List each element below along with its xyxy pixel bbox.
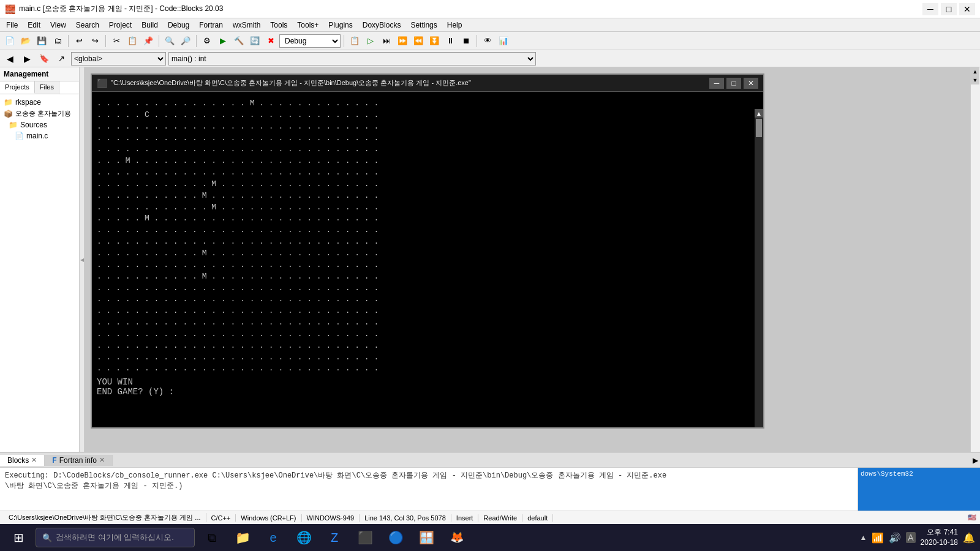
- open-button[interactable]: 📂: [18, 34, 33, 48]
- debug-stop-button[interactable]: ⏹: [459, 34, 473, 48]
- run-button[interactable]: ▶: [216, 34, 230, 48]
- start-button[interactable]: ⊞: [5, 524, 32, 551]
- search-box[interactable]: 🔍 검색하려면 여기에 입력하십시오.: [36, 528, 195, 547]
- console-close-button[interactable]: ✕: [744, 78, 758, 89]
- console-minimize-button[interactable]: ─: [709, 78, 724, 89]
- taskbar-ie[interactable]: e: [260, 527, 287, 549]
- scroll-thumb[interactable]: [756, 119, 762, 137]
- status-mode: Insert: [451, 514, 479, 522]
- undo-button[interactable]: ↩: [72, 34, 86, 48]
- debug-step4-button[interactable]: ⏬: [427, 34, 442, 48]
- close-button[interactable]: ✕: [959, 3, 975, 15]
- bookmark-button[interactable]: 🔖: [37, 51, 51, 66]
- find-button[interactable]: 🔍: [162, 34, 177, 48]
- menu-project[interactable]: Project: [104, 18, 137, 31]
- stop-button[interactable]: ✖: [263, 34, 278, 48]
- blocks-close-icon[interactable]: ✕: [31, 456, 37, 464]
- outer-scroll-up[interactable]: ▲: [971, 67, 979, 76]
- new-button[interactable]: 📄: [2, 34, 17, 48]
- save-all-button[interactable]: 🗂: [50, 34, 65, 48]
- debug-run-button[interactable]: ▷: [363, 34, 378, 48]
- menu-fortran[interactable]: Fortran: [194, 18, 228, 31]
- menu-debug[interactable]: Debug: [163, 18, 194, 31]
- tree-sources[interactable]: 📁 Sources: [0, 119, 79, 130]
- callstack-button[interactable]: 📊: [496, 34, 511, 48]
- taskbar-explorer[interactable]: 📁: [229, 527, 256, 549]
- separator4: [196, 35, 197, 47]
- debug-mode-dropdown[interactable]: Debug: [279, 34, 341, 48]
- debug-step3-button[interactable]: ⏪: [411, 34, 426, 48]
- menu-settings[interactable]: Settings: [405, 18, 442, 31]
- log-button[interactable]: 📋: [347, 34, 362, 48]
- copy-button[interactable]: 📋: [125, 34, 140, 48]
- tree-workspace[interactable]: 📁 rkspace: [0, 97, 79, 108]
- menu-tools[interactable]: Tools: [265, 18, 292, 31]
- menu-toolsplus[interactable]: Tools+: [292, 18, 323, 31]
- content-area: ⬛ "C:\Users\ksjee\OneDrive\바탕 화면\C\오송중 혼…: [85, 67, 980, 452]
- taskbar-app2[interactable]: 🪟: [413, 527, 440, 549]
- title-text: main.c [오송중 혼자놀기용 게임 - 지민준] - Code::Bloc…: [19, 4, 223, 14]
- tab-projects[interactable]: Projects: [0, 81, 35, 94]
- taskbar-app1[interactable]: 🔵: [382, 527, 409, 549]
- scope-forward-button[interactable]: ▶: [20, 51, 34, 66]
- notification-icon[interactable]: 🔔: [963, 532, 975, 544]
- input-method-icon[interactable]: A: [906, 532, 915, 543]
- fortran-icon: F: [52, 456, 56, 465]
- fortran-close-icon[interactable]: ✕: [99, 456, 105, 464]
- console-maximize-button[interactable]: □: [726, 78, 741, 89]
- minimize-button[interactable]: ─: [922, 3, 938, 15]
- network-icon[interactable]: 📶: [872, 532, 884, 544]
- tab-files[interactable]: Files: [35, 81, 59, 94]
- menu-help[interactable]: Help: [442, 18, 467, 31]
- redo-button[interactable]: ↪: [88, 34, 102, 48]
- debug-step-button[interactable]: ⏭: [379, 34, 394, 48]
- menu-view[interactable]: View: [45, 18, 71, 31]
- taskbar-taskview[interactable]: ⧉: [198, 527, 225, 549]
- debug-step2-button[interactable]: ⏩: [395, 34, 410, 48]
- menu-wxsmith[interactable]: wxSmith: [228, 18, 265, 31]
- taskbar-zoom[interactable]: Z: [321, 527, 348, 549]
- save-button[interactable]: 💾: [34, 34, 49, 48]
- watch-button[interactable]: 👁: [480, 34, 495, 48]
- rebuild-button[interactable]: 🔄: [247, 34, 262, 48]
- paste-button[interactable]: 📌: [141, 34, 156, 48]
- status-flag: 🇺🇸: [968, 514, 976, 522]
- menu-file[interactable]: File: [1, 18, 23, 31]
- cut-button[interactable]: ✂: [109, 34, 124, 48]
- title-bar: 🧱 main.c [오송중 혼자놀기용 게임 - 지민준] - Code::Bl…: [0, 0, 980, 18]
- clock[interactable]: 오후 7:41 2020-10-18: [921, 527, 958, 548]
- taskbar-app3[interactable]: 🦊: [443, 527, 470, 549]
- jump-button[interactable]: ↗: [54, 51, 69, 66]
- build-button[interactable]: 🔨: [232, 34, 246, 48]
- workspace-icon: 📁: [4, 98, 13, 107]
- replace-button[interactable]: 🔎: [178, 34, 193, 48]
- outer-right-scrollbar[interactable]: ▲ ▼: [970, 67, 980, 452]
- scope-back-button[interactable]: ◀: [2, 51, 17, 66]
- title-controls: ─ □ ✕: [922, 3, 975, 15]
- taskbar-edge[interactable]: 🌐: [290, 527, 317, 549]
- sound-icon[interactable]: 🔊: [889, 532, 901, 544]
- maximize-button[interactable]: □: [941, 3, 957, 15]
- bottom-expand-button[interactable]: ▶: [970, 456, 980, 465]
- scope-right-dropdown[interactable]: main() : int: [168, 52, 536, 66]
- menu-search[interactable]: Search: [71, 18, 104, 31]
- tab-fortran-info[interactable]: F Fortran info ✕: [45, 455, 113, 466]
- settings-button[interactable]: ⚙: [200, 34, 214, 48]
- scope-left-dropdown[interactable]: <global>: [71, 52, 166, 66]
- taskbar-chevron-icon[interactable]: ▲: [859, 533, 867, 542]
- panel-resizer[interactable]: ◀: [80, 67, 85, 452]
- taskbar-terminal[interactable]: ⬛: [352, 527, 379, 549]
- outer-scroll-down[interactable]: ▼: [971, 76, 979, 84]
- menu-plugins[interactable]: Plugins: [323, 18, 357, 31]
- console-scrollbar[interactable]: ▲ ▼: [755, 109, 763, 427]
- scroll-up-button[interactable]: ▲: [755, 109, 763, 118]
- tab-blocks[interactable]: Blocks ✕: [0, 455, 45, 466]
- menu-build[interactable]: Build: [137, 18, 163, 31]
- menu-edit[interactable]: Edit: [23, 18, 45, 31]
- tree-mainc[interactable]: 📄 main.c: [0, 130, 79, 141]
- menu-doxyblocks[interactable]: DoxyBlocks: [358, 18, 406, 31]
- app-icon: 🧱: [5, 4, 15, 14]
- debug-step5-button[interactable]: ⏸: [443, 34, 458, 48]
- tree-project[interactable]: 📦 오송중 혼자놀기용: [0, 108, 79, 119]
- status-pos: Line 143, Col 30, Pos 5078: [360, 514, 451, 522]
